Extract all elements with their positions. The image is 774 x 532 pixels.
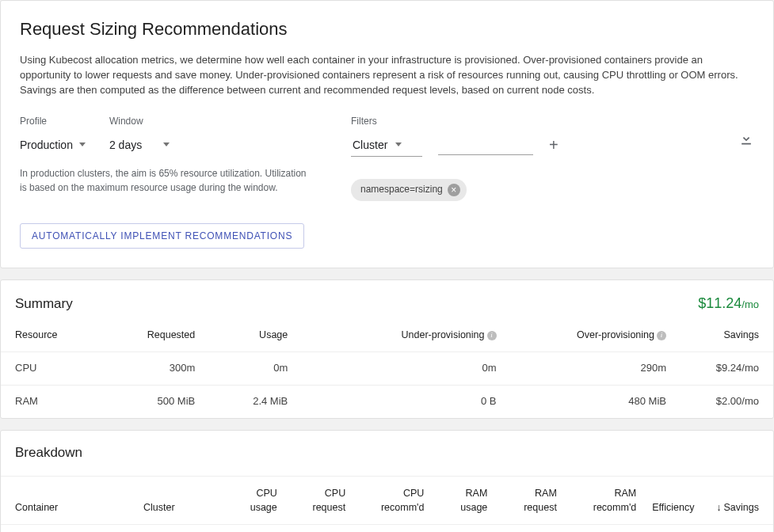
window-label: Window (109, 115, 173, 128)
col-ram-usage[interactable]: RAM usage (432, 476, 495, 524)
summary-card: Summary $11.24/mo Resource Requested Usa… (0, 279, 774, 419)
col-under-provision[interactable]: Under-provisioningi (302, 323, 510, 352)
col-usage[interactable]: Usage (209, 323, 302, 352)
arrow-down-icon: ↓ (716, 500, 721, 515)
col-cpu-recommd[interactable]: CPU recomm'd (353, 476, 432, 524)
page-title: Request Sizing Recommendations (20, 17, 754, 42)
summary-total-value: $11.24 (698, 295, 742, 311)
profile-select-value: Production (20, 137, 73, 153)
info-icon[interactable]: i (487, 331, 497, 340)
auto-implement-button[interactable]: Automatically Implement Recommendations (20, 223, 304, 249)
filter-type-value: Cluster (353, 137, 387, 153)
close-icon: × (451, 185, 456, 195)
recommendations-card: Request Sizing Recommendations Using Kub… (0, 0, 774, 268)
col-cpu-usage[interactable]: CPU usage (223, 476, 285, 524)
download-icon (738, 131, 754, 146)
col-resource[interactable]: Resource (1, 323, 93, 352)
filters-label: Filters (351, 115, 754, 128)
remove-chip-button[interactable]: × (448, 184, 460, 196)
chevron-down-icon (395, 142, 402, 146)
filter-type-select[interactable]: Cluster (351, 134, 422, 157)
filter-chip[interactable]: namespace=rsizing × (351, 179, 467, 200)
breakdown-title: Breakdown (1, 443, 773, 476)
col-over-provision[interactable]: Over-provisioningi (511, 323, 681, 352)
col-savings[interactable]: Savings (681, 323, 773, 352)
summary-title: Summary (15, 294, 73, 314)
col-savings[interactable]: ↓Savings (702, 476, 773, 524)
col-efficiency[interactable]: Efficiency (644, 476, 702, 524)
window-select-value: 2 days (109, 137, 142, 153)
chevron-down-icon (79, 142, 86, 146)
col-cluster[interactable]: Cluster (135, 476, 223, 524)
filter-chip-label: namespace=rsizing (360, 183, 443, 196)
download-button[interactable] (738, 131, 754, 151)
col-cpu-request[interactable]: CPU request (285, 476, 353, 524)
profile-hint: In production clusters, the aim is 65% r… (20, 167, 313, 195)
chevron-down-icon (163, 142, 170, 146)
breakdown-table: Container Cluster CPU usage CPU request … (1, 476, 773, 532)
summary-total-unit: /mo (742, 298, 759, 310)
summary-table: Resource Requested Usage Under-provision… (1, 323, 773, 418)
breakdown-card: Breakdown Container Cluster CPU usage CP… (0, 430, 774, 532)
add-filter-button[interactable]: + (549, 137, 559, 153)
profile-select[interactable]: Production (20, 134, 89, 156)
page-description: Using Kubecost allocation metrics, we de… (20, 53, 741, 98)
col-ram-recommd[interactable]: RAM recomm'd (565, 476, 644, 524)
col-requested[interactable]: Requested (93, 323, 209, 352)
col-ram-request[interactable]: RAM request (495, 476, 565, 524)
profile-label: Profile (20, 115, 89, 128)
filter-value-input[interactable] (438, 135, 533, 155)
table-row: RAM 500 MiB 2.4 MiB 0 B 480 MiB $2.00/mo (1, 386, 773, 418)
info-icon[interactable]: i (657, 331, 666, 340)
col-container[interactable]: Container (1, 476, 135, 524)
summary-total: $11.24/mo (698, 293, 759, 314)
window-select[interactable]: 2 days (109, 134, 173, 156)
table-row: CPU 300m 0m 0m 290m $9.24/mo (1, 352, 773, 386)
table-row[interactable]: rsizing/nginx-deployment:nginx request-s… (1, 524, 773, 532)
